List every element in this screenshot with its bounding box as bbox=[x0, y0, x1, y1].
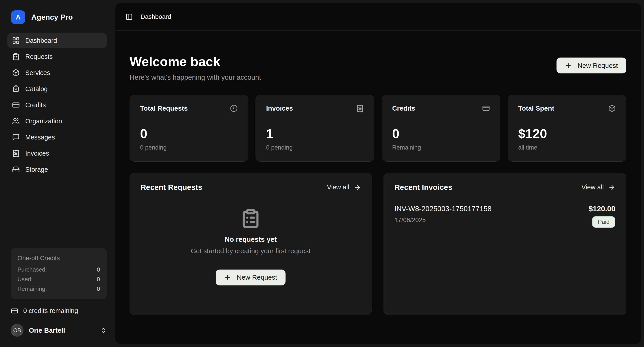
view-all-label: View all bbox=[582, 184, 604, 191]
credits-row-used: Used: 0 bbox=[18, 276, 100, 283]
invoice-date: 17/06/2025 bbox=[394, 216, 492, 224]
sidebar-item-label: Catalog bbox=[25, 85, 48, 93]
status-badge-paid: Paid bbox=[592, 216, 615, 228]
stat-card-total-spent: Total Spent $120 all time bbox=[508, 95, 626, 162]
one-off-credits-title: One-off Credits bbox=[18, 254, 100, 262]
empty-state-subtitle: Get started by creating your first reque… bbox=[191, 247, 310, 255]
invoice-number: INV-W8-2025003-1750177158 bbox=[394, 205, 492, 213]
sidebar-item-invoices[interactable]: Invoices bbox=[8, 146, 107, 161]
package-icon bbox=[12, 69, 20, 77]
invoice-amount-block: $120.00 Paid bbox=[589, 205, 615, 228]
dashboard-content: Welcome back Here's what's happening wit… bbox=[115, 31, 641, 344]
stat-subtext: 0 pending bbox=[266, 144, 364, 151]
sidebar: A Agency Pro Dashboard Requests Services bbox=[0, 0, 115, 347]
stats-row: Total Requests 0 0 pending Invoices 1 0 … bbox=[130, 95, 626, 162]
panels-row: Recent Requests View all No requests yet… bbox=[130, 173, 626, 315]
credit-card-icon bbox=[482, 105, 490, 112]
credits-row-value: 0 bbox=[97, 276, 100, 283]
user-menu[interactable]: OB Orie Bartell bbox=[11, 324, 107, 337]
view-all-invoices-link[interactable]: View all bbox=[582, 184, 615, 191]
sidebar-item-services[interactable]: Services bbox=[8, 65, 107, 80]
plus-icon bbox=[224, 274, 231, 281]
credits-row-remaining: Remaining: 0 bbox=[18, 285, 100, 292]
sidebar-item-credits[interactable]: Credits bbox=[8, 98, 107, 112]
stat-card-total-requests: Total Requests 0 0 pending bbox=[130, 95, 248, 162]
brand: A Agency Pro bbox=[11, 10, 107, 24]
sidebar-item-requests[interactable]: Requests bbox=[8, 49, 107, 64]
sidebar-item-label: Credits bbox=[25, 101, 46, 109]
invoice-info: INV-W8-2025003-1750177158 17/06/2025 bbox=[394, 205, 492, 228]
stat-value: 0 bbox=[140, 126, 238, 141]
credits-row-value: 0 bbox=[97, 285, 100, 292]
stat-card-credits: Credits 0 Remaining bbox=[382, 95, 500, 162]
credits-row-label: Used: bbox=[18, 276, 33, 283]
empty-state-button-label: New Request bbox=[237, 273, 277, 281]
breadcrumb: Dashboard bbox=[140, 13, 171, 20]
receipt-icon bbox=[356, 105, 364, 112]
avatar-initials: OB bbox=[13, 327, 21, 333]
page-header: Welcome back Here's what's happening wit… bbox=[130, 54, 626, 82]
arrow-right-icon bbox=[608, 184, 615, 191]
sidebar-item-label: Invoices bbox=[25, 150, 49, 157]
requests-empty-state: No requests yet Get started by creating … bbox=[140, 192, 361, 304]
stat-title: Invoices bbox=[266, 105, 293, 112]
sidebar-item-dashboard[interactable]: Dashboard bbox=[8, 33, 107, 48]
recent-requests-title: Recent Requests bbox=[140, 183, 202, 192]
stat-subtext: all time bbox=[518, 144, 616, 151]
sidebar-spacer bbox=[8, 177, 107, 248]
sidebar-nav: Dashboard Requests Services Catalog Cred… bbox=[8, 33, 107, 177]
sidebar-item-label: Dashboard bbox=[25, 37, 57, 44]
user-name: Orie Bartell bbox=[29, 327, 95, 334]
credit-card-icon bbox=[12, 101, 20, 109]
sidebar-item-label: Storage bbox=[25, 166, 48, 173]
brand-logo: A bbox=[11, 10, 25, 24]
stat-subtext: 0 pending bbox=[140, 144, 238, 151]
panel-left-toggle-icon[interactable] bbox=[126, 13, 133, 20]
main-panel: Dashboard Welcome back Here's what's hap… bbox=[115, 3, 641, 344]
stat-value: 1 bbox=[266, 126, 364, 141]
message-square-icon bbox=[12, 133, 20, 141]
stat-title: Total Spent bbox=[518, 105, 554, 112]
credit-card-icon bbox=[11, 307, 18, 314]
sidebar-item-organization[interactable]: Organization bbox=[8, 114, 107, 129]
credits-row-label: Remaining: bbox=[18, 285, 47, 292]
layout-grid-icon bbox=[12, 37, 20, 44]
new-request-button-label: New Request bbox=[578, 62, 618, 69]
page-title: Welcome back bbox=[130, 54, 261, 69]
one-off-credits-box: One-off Credits Purchased: 0 Used: 0 Rem… bbox=[11, 248, 107, 299]
hard-drive-icon bbox=[12, 166, 20, 173]
arrow-right-icon bbox=[354, 184, 361, 191]
welcome-block: Welcome back Here's what's happening wit… bbox=[130, 54, 261, 82]
clock-icon bbox=[230, 105, 238, 112]
sidebar-item-storage[interactable]: Storage bbox=[8, 162, 107, 177]
empty-state-title: No requests yet bbox=[225, 235, 277, 244]
chevrons-up-down-icon[interactable] bbox=[100, 327, 107, 334]
stat-title: Credits bbox=[392, 105, 415, 112]
credits-row-value: 0 bbox=[97, 266, 100, 273]
new-request-button[interactable]: New Request bbox=[556, 58, 626, 74]
invoice-amount: $120.00 bbox=[589, 205, 615, 213]
sidebar-item-label: Services bbox=[25, 69, 50, 77]
plus-icon bbox=[565, 62, 572, 69]
sidebar-item-label: Messages bbox=[25, 134, 55, 141]
stat-value: $120 bbox=[518, 126, 616, 141]
credits-remaining-summary: 0 credits remaining bbox=[11, 307, 107, 314]
view-all-label: View all bbox=[327, 184, 349, 191]
receipt-icon bbox=[12, 150, 20, 157]
credits-row-purchased: Purchased: 0 bbox=[18, 266, 100, 273]
clipboard-list-icon bbox=[12, 53, 20, 61]
empty-state-new-request-button[interactable]: New Request bbox=[216, 269, 286, 285]
sidebar-item-catalog[interactable]: Catalog bbox=[8, 82, 107, 96]
view-all-requests-link[interactable]: View all bbox=[327, 184, 361, 191]
sidebar-item-label: Requests bbox=[25, 53, 53, 61]
package-icon bbox=[608, 105, 616, 112]
avatar: OB bbox=[11, 324, 24, 337]
invoice-row[interactable]: INV-W8-2025003-1750177158 17/06/2025 $12… bbox=[394, 205, 616, 228]
credits-row-label: Purchased: bbox=[18, 266, 47, 273]
recent-invoices-title: Recent Invoices bbox=[394, 183, 452, 192]
credits-remaining-text: 0 credits remaining bbox=[23, 307, 78, 314]
topbar: Dashboard bbox=[115, 3, 641, 31]
recent-requests-panel: Recent Requests View all No requests yet… bbox=[130, 173, 372, 315]
sidebar-item-messages[interactable]: Messages bbox=[8, 130, 107, 145]
clipboard-list-icon bbox=[240, 208, 261, 229]
